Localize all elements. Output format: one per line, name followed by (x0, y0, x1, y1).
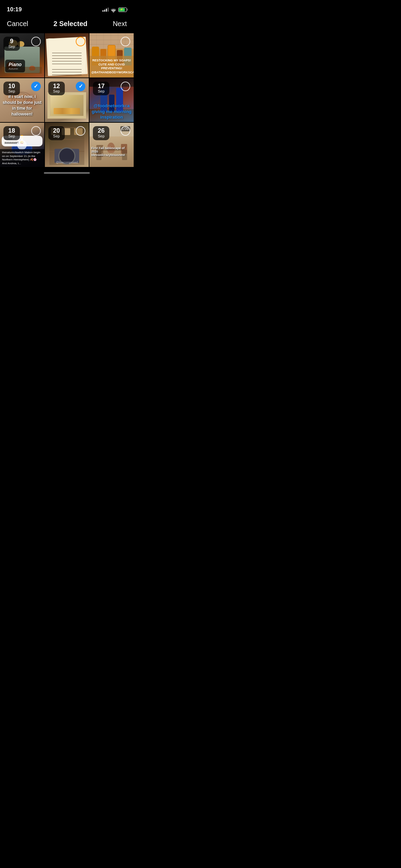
home-bar (44, 172, 90, 174)
status-bar: 10:19 ⚡ (0, 0, 134, 17)
photo-cell-1[interactable]: Piano Autumn 9 Sep (0, 33, 44, 77)
nav-bar: Cancel 2 Selected Next (0, 17, 134, 33)
select-circle-7[interactable] (31, 126, 41, 136)
signal-icon (102, 8, 109, 12)
select-circle-5[interactable] (76, 82, 85, 91)
next-button[interactable]: Next (113, 20, 127, 28)
photo-cell-7[interactable]: twitch aaaaaaant 😜 ▶ thenatureofawitch M… (0, 123, 44, 167)
select-circle-4[interactable] (31, 82, 41, 91)
cancel-button[interactable]: Cancel (7, 20, 28, 28)
photo-cell-6[interactable]: @foodnetworkca giving me morning inspira… (89, 78, 134, 122)
photo-grid: Piano Autumn 9 Sep (0, 33, 134, 167)
date-badge-7: 18 Sep (3, 126, 20, 140)
photo-cell-5[interactable]: 12 Sep (45, 78, 89, 122)
date-badge-8: 20 Sep (48, 126, 65, 140)
date-badge-5: 12 Sep (48, 82, 65, 96)
date-badge-4: 10 Sep (3, 82, 20, 96)
select-circle-6[interactable] (121, 82, 130, 91)
home-indicator (0, 167, 134, 179)
photo-cell-2[interactable] (45, 33, 89, 77)
photo-cell-8[interactable]: @livecomposed 20 Sep (45, 123, 89, 167)
date-badge-9: 26 Sep (93, 126, 109, 140)
photo-cell-4[interactable]: if i start now, i should be done just in… (0, 78, 44, 122)
photo-cell-9[interactable]: 1:06 First Fall tablescape of 2020blesse… (89, 123, 134, 167)
status-icons: ⚡ (102, 8, 127, 12)
battery-icon: ⚡ (118, 8, 127, 12)
date-badge-1: 9 Sep (3, 37, 20, 51)
photo-cell-3[interactable]: RESTOCKING MY SOAPS! CUTE AND COVID PREV… (89, 33, 134, 77)
status-time: 10:19 (7, 6, 22, 13)
date-badge-6: 17 Sep (93, 82, 109, 96)
select-circle-1[interactable] (31, 37, 41, 46)
select-circle-3[interactable] (121, 37, 130, 46)
wifi-icon (111, 8, 116, 12)
selection-title: 2 Selected (53, 20, 87, 28)
